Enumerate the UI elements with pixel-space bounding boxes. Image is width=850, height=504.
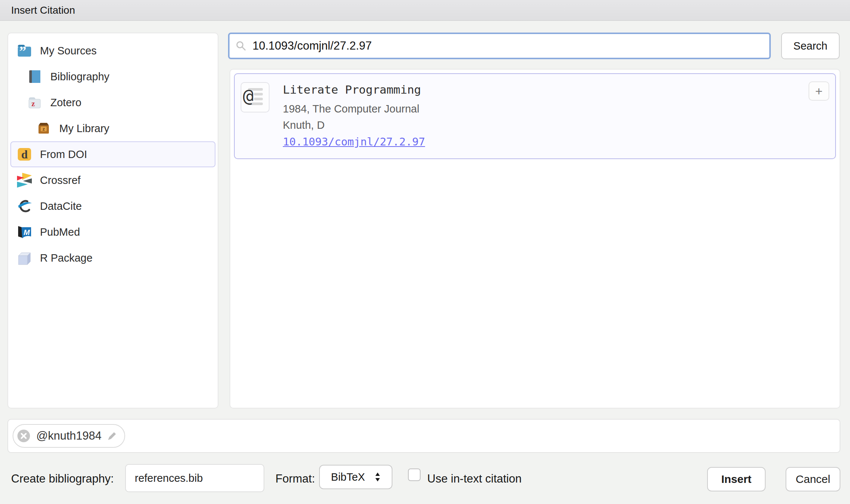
zotero-folder-icon: z: [27, 94, 43, 111]
citation-at-icon: @: [241, 82, 270, 112]
citation-result-card[interactable]: @ Literate Programming 1984, The Compute…: [234, 73, 836, 159]
sidebar-item-label: My Library: [59, 122, 109, 135]
search-button[interactable]: Search: [781, 33, 840, 59]
sidebar-item-bibliography[interactable]: Bibliography: [10, 64, 215, 90]
dialog-title: Insert Citation: [11, 4, 75, 16]
svg-text:M: M: [24, 228, 30, 236]
dialog-titlebar: Insert Citation: [0, 0, 850, 21]
search-input[interactable]: [252, 39, 763, 53]
bibliography-filename-input[interactable]: [125, 464, 264, 492]
sidebar-item-label: PubMed: [40, 226, 80, 238]
sources-sidebar: ” My Sources Bibliography z Zotero z My …: [7, 33, 218, 409]
sidebar-item-pubmed[interactable]: M PubMed: [10, 219, 215, 245]
format-select-value: BibTeX: [331, 471, 365, 483]
add-citation-button[interactable]: +: [809, 81, 829, 101]
create-bibliography-label: Create bibliography:: [11, 472, 114, 485]
citation-details: Literate Programming 1984, The Computer …: [283, 82, 425, 158]
sidebar-item-label: Crossref: [40, 174, 81, 187]
remove-circle-icon[interactable]: [17, 429, 30, 443]
citation-year-journal: 1984, The Computer Journal: [283, 101, 425, 117]
select-arrows-icon: [375, 472, 381, 482]
sidebar-item-my-library[interactable]: z My Library: [10, 115, 215, 141]
svg-text:d: d: [21, 148, 27, 161]
sidebar-item-r-package[interactable]: R Package: [10, 245, 215, 271]
search-results-panel: @ Literate Programming 1984, The Compute…: [230, 69, 840, 409]
svg-text:z: z: [43, 126, 45, 132]
sidebar-item-label: R Package: [40, 252, 93, 264]
sidebar-item-label: Bibliography: [50, 71, 110, 83]
insert-citation-dialog: Insert Citation ” My Sources Bibliograph…: [0, 0, 850, 504]
format-label: Format:: [275, 472, 315, 485]
citation-author: Knuth, D: [283, 117, 425, 133]
my-sources-folder-icon: ”: [16, 43, 33, 59]
sidebar-item-my-sources[interactable]: ” My Sources: [10, 38, 215, 64]
format-select[interactable]: BibTeX: [319, 465, 392, 489]
citation-tag-pill[interactable]: @knuth1984: [13, 424, 125, 448]
r-package-icon: [16, 250, 33, 266]
sidebar-item-label: Zotero: [50, 97, 81, 109]
cancel-button[interactable]: Cancel: [786, 467, 840, 491]
svg-text:”: ”: [19, 43, 26, 59]
datacite-icon: [16, 198, 33, 214]
search-icon: [235, 40, 247, 51]
pubmed-icon: M: [16, 224, 33, 240]
svg-text:z: z: [31, 99, 35, 108]
crossref-icon: [16, 172, 33, 188]
sidebar-item-zotero[interactable]: z Zotero: [10, 90, 215, 115]
doi-icon: d: [16, 146, 33, 162]
sidebar-item-label: DataCite: [40, 200, 82, 212]
sidebar-item-datacite[interactable]: DataCite: [10, 193, 215, 219]
library-box-icon: z: [36, 120, 52, 137]
use-intext-label: Use in-text citation: [427, 472, 522, 485]
sidebar-item-from-doi[interactable]: d From DOI: [10, 141, 215, 167]
bibliography-book-icon: [27, 68, 43, 85]
pencil-icon[interactable]: [107, 431, 117, 441]
doi-search-field: [228, 33, 771, 59]
insert-button[interactable]: Insert: [707, 467, 766, 491]
citation-title: Literate Programming: [283, 83, 425, 96]
selected-citations-bar: @knuth1984: [7, 419, 840, 453]
sidebar-item-label: My Sources: [40, 45, 97, 57]
citation-tag-label: @knuth1984: [36, 429, 101, 443]
citation-doi-link[interactable]: 10.1093/comjnl/27.2.97: [283, 133, 425, 150]
sidebar-item-crossref[interactable]: Crossref: [10, 167, 215, 193]
sidebar-item-label: From DOI: [40, 148, 87, 161]
svg-text:@: @: [243, 85, 254, 106]
use-intext-checkbox[interactable]: [408, 468, 421, 481]
